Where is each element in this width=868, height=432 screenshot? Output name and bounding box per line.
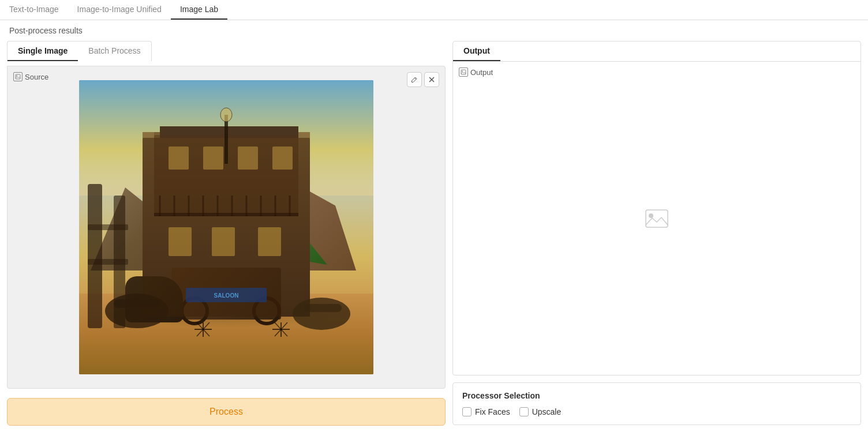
svg-point-45 (649, 213, 653, 218)
tab-image-lab[interactable]: Image Lab (171, 0, 227, 20)
output-image-icon (459, 67, 468, 77)
wagon-wheel-left (180, 296, 209, 325)
building-roof (160, 126, 298, 138)
output-tab-bar: Output (453, 42, 860, 62)
upscale-label: Upscale (532, 407, 562, 416)
building-upper (154, 132, 298, 213)
source-image: SALOON (79, 80, 373, 374)
processor-selection-title: Processor Selection (462, 391, 851, 400)
fix-faces-checkbox[interactable] (462, 407, 472, 416)
edit-image-button[interactable] (407, 72, 422, 87)
upscale-option[interactable]: Upscale (519, 407, 562, 416)
process-button-area: Process (7, 398, 446, 426)
image-controls (407, 72, 439, 87)
process-button[interactable]: Process (7, 398, 446, 426)
processor-selection-panel: Processor Selection Fix Faces Upscale (452, 382, 861, 425)
fix-faces-option[interactable]: Fix Faces (462, 407, 510, 416)
tab-batch-process[interactable]: Batch Process (78, 42, 151, 61)
output-placeholder (453, 62, 860, 375)
close-image-button[interactable] (424, 72, 439, 87)
svg-rect-44 (646, 210, 668, 227)
tab-output[interactable]: Output (453, 42, 500, 61)
output-placeholder-icon (645, 209, 668, 228)
post-process-label: Post-process results (0, 20, 868, 41)
output-label: Output (459, 67, 493, 77)
output-text: Output (470, 68, 493, 77)
top-tab-bar: Text-to-Image Image-to-Image Unified Ima… (0, 0, 868, 20)
right-panel: Output Output (452, 41, 861, 420)
left-panel: Single Image Batch Process Source (7, 41, 446, 420)
source-text: Source (25, 73, 48, 81)
source-icon (13, 72, 23, 81)
main-layout: Single Image Batch Process Source (0, 41, 868, 427)
output-content-area: Output (453, 62, 860, 375)
source-image-area[interactable]: Source (7, 66, 446, 389)
tab-text-to-image[interactable]: Text-to-Image (0, 0, 68, 20)
output-panel: Output Output (452, 41, 861, 375)
fix-faces-label: Fix Faces (475, 407, 510, 416)
horse (125, 276, 183, 322)
inner-tab-bar: Single Image Batch Process (7, 41, 152, 61)
svg-rect-42 (461, 70, 466, 74)
tab-image-to-image-unified[interactable]: Image-to-Image Unified (68, 0, 171, 20)
processor-options: Fix Faces Upscale (462, 407, 851, 416)
wagon-wheel-right (252, 296, 281, 325)
svg-point-43 (462, 71, 463, 72)
tab-single-image[interactable]: Single Image (8, 42, 78, 61)
svg-point-1 (16, 76, 17, 77)
upscale-checkbox[interactable] (519, 407, 529, 416)
source-label: Source (13, 72, 48, 81)
svg-rect-0 (16, 74, 20, 79)
